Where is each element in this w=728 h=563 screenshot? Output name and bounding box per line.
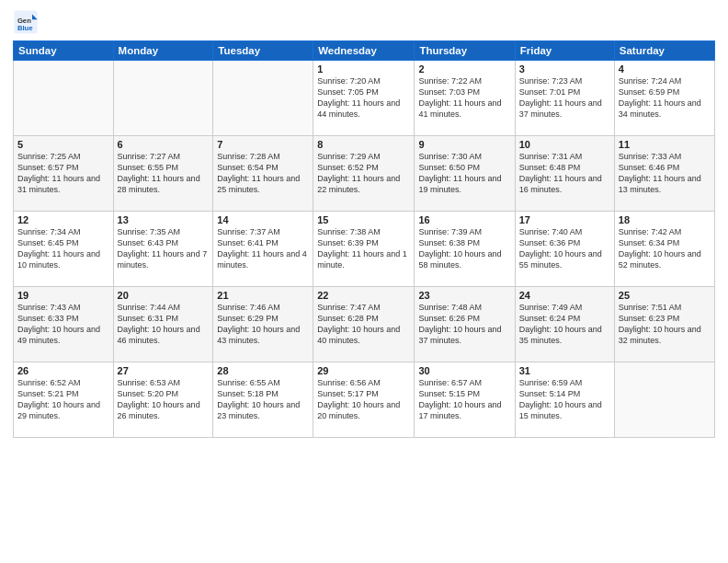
calendar-cell: 26Sunrise: 6:52 AM Sunset: 5:21 PM Dayli… <box>14 362 114 438</box>
weekday-header-monday: Monday <box>113 41 213 61</box>
week-row-4: 26Sunrise: 6:52 AM Sunset: 5:21 PM Dayli… <box>14 362 715 438</box>
calendar-cell: 15Sunrise: 7:38 AM Sunset: 6:39 PM Dayli… <box>313 212 415 287</box>
day-info: Sunrise: 7:20 AM Sunset: 7:05 PM Dayligh… <box>317 75 410 121</box>
day-info: Sunrise: 7:42 AM Sunset: 6:34 PM Dayligh… <box>619 226 711 271</box>
day-number: 3 <box>519 63 610 75</box>
day-info: Sunrise: 7:29 AM Sunset: 6:52 PM Dayligh… <box>317 151 410 196</box>
calendar-cell: 16Sunrise: 7:39 AM Sunset: 6:38 PM Dayli… <box>415 212 515 287</box>
day-info: Sunrise: 7:33 AM Sunset: 6:46 PM Dayligh… <box>619 151 711 196</box>
calendar-cell: 3Sunrise: 7:23 AM Sunset: 7:01 PM Daylig… <box>515 61 614 136</box>
day-info: Sunrise: 7:46 AM Sunset: 6:29 PM Dayligh… <box>217 302 309 347</box>
logo: Gen Blue <box>13 9 42 35</box>
calendar-cell: 29Sunrise: 6:56 AM Sunset: 5:17 PM Dayli… <box>313 362 415 438</box>
day-number: 14 <box>217 214 309 225</box>
day-info: Sunrise: 7:28 AM Sunset: 6:54 PM Dayligh… <box>217 151 309 196</box>
calendar-cell: 5Sunrise: 7:25 AM Sunset: 6:57 PM Daylig… <box>14 136 114 212</box>
day-info: Sunrise: 7:34 AM Sunset: 6:45 PM Dayligh… <box>17 226 109 271</box>
day-info: Sunrise: 6:53 AM Sunset: 5:20 PM Dayligh… <box>118 377 210 422</box>
calendar-cell: 18Sunrise: 7:42 AM Sunset: 6:34 PM Dayli… <box>614 212 714 287</box>
day-number: 11 <box>619 139 711 150</box>
day-info: Sunrise: 7:51 AM Sunset: 6:23 PM Dayligh… <box>619 302 711 347</box>
calendar-cell: 30Sunrise: 6:57 AM Sunset: 5:15 PM Dayli… <box>415 362 515 438</box>
day-info: Sunrise: 7:24 AM Sunset: 6:59 PM Dayligh… <box>619 75 711 121</box>
day-number: 12 <box>17 214 109 225</box>
calendar-cell: 12Sunrise: 7:34 AM Sunset: 6:45 PM Dayli… <box>14 212 114 287</box>
calendar-cell: 11Sunrise: 7:33 AM Sunset: 6:46 PM Dayli… <box>614 136 714 212</box>
day-info: Sunrise: 7:37 AM Sunset: 6:41 PM Dayligh… <box>217 226 309 271</box>
day-number: 28 <box>217 365 309 376</box>
day-info: Sunrise: 6:56 AM Sunset: 5:17 PM Dayligh… <box>317 377 410 422</box>
calendar-cell: 21Sunrise: 7:46 AM Sunset: 6:29 PM Dayli… <box>213 287 313 362</box>
calendar-cell <box>213 61 313 136</box>
weekday-header-sunday: Sunday <box>14 41 114 61</box>
day-number: 25 <box>619 290 711 301</box>
week-row-3: 19Sunrise: 7:43 AM Sunset: 6:33 PM Dayli… <box>14 287 715 362</box>
week-row-1: 5Sunrise: 7:25 AM Sunset: 6:57 PM Daylig… <box>14 136 715 212</box>
day-info: Sunrise: 7:44 AM Sunset: 6:31 PM Dayligh… <box>118 302 210 347</box>
day-number: 15 <box>317 214 410 225</box>
day-number: 29 <box>317 365 410 376</box>
page: Gen Blue SundayMondayTuesdayWednesdayThu… <box>0 0 728 563</box>
weekday-header-thursday: Thursday <box>415 41 515 61</box>
day-number: 23 <box>418 290 510 301</box>
day-number: 19 <box>17 290 109 301</box>
day-number: 22 <box>317 290 410 301</box>
calendar-cell: 9Sunrise: 7:30 AM Sunset: 6:50 PM Daylig… <box>415 136 515 212</box>
calendar-cell: 31Sunrise: 6:59 AM Sunset: 5:14 PM Dayli… <box>515 362 614 438</box>
day-info: Sunrise: 7:40 AM Sunset: 6:36 PM Dayligh… <box>519 226 610 271</box>
day-number: 2 <box>418 63 510 75</box>
weekday-header-saturday: Saturday <box>614 41 714 61</box>
day-info: Sunrise: 7:25 AM Sunset: 6:57 PM Dayligh… <box>17 151 109 196</box>
calendar-cell: 7Sunrise: 7:28 AM Sunset: 6:54 PM Daylig… <box>213 136 313 212</box>
weekday-header-wednesday: Wednesday <box>313 41 415 61</box>
day-info: Sunrise: 7:27 AM Sunset: 6:55 PM Dayligh… <box>118 151 210 196</box>
day-number: 17 <box>519 214 610 225</box>
day-info: Sunrise: 7:49 AM Sunset: 6:24 PM Dayligh… <box>519 302 610 347</box>
day-info: Sunrise: 6:55 AM Sunset: 5:18 PM Dayligh… <box>217 377 309 422</box>
day-number: 27 <box>118 365 210 376</box>
calendar-cell: 10Sunrise: 7:31 AM Sunset: 6:48 PM Dayli… <box>515 136 614 212</box>
calendar-cell: 17Sunrise: 7:40 AM Sunset: 6:36 PM Dayli… <box>515 212 614 287</box>
calendar-header-row: SundayMondayTuesdayWednesdayThursdayFrid… <box>14 41 715 61</box>
day-info: Sunrise: 7:47 AM Sunset: 6:28 PM Dayligh… <box>317 302 410 347</box>
calendar-cell: 24Sunrise: 7:49 AM Sunset: 6:24 PM Dayli… <box>515 287 614 362</box>
day-number: 8 <box>317 139 410 150</box>
weekday-header-friday: Friday <box>515 41 614 61</box>
day-info: Sunrise: 7:35 AM Sunset: 6:43 PM Dayligh… <box>118 226 210 271</box>
week-row-0: 1Sunrise: 7:20 AM Sunset: 7:05 PM Daylig… <box>14 61 715 136</box>
day-info: Sunrise: 7:43 AM Sunset: 6:33 PM Dayligh… <box>17 302 109 347</box>
day-info: Sunrise: 7:31 AM Sunset: 6:48 PM Dayligh… <box>519 151 610 196</box>
calendar-cell: 14Sunrise: 7:37 AM Sunset: 6:41 PM Dayli… <box>213 212 313 287</box>
calendar-cell: 2Sunrise: 7:22 AM Sunset: 7:03 PM Daylig… <box>415 61 515 136</box>
calendar-cell: 19Sunrise: 7:43 AM Sunset: 6:33 PM Dayli… <box>14 287 114 362</box>
logo-icon: Gen Blue <box>13 9 39 35</box>
calendar-cell: 13Sunrise: 7:35 AM Sunset: 6:43 PM Dayli… <box>113 212 213 287</box>
calendar-cell: 25Sunrise: 7:51 AM Sunset: 6:23 PM Dayli… <box>614 287 714 362</box>
header: Gen Blue <box>13 9 715 35</box>
day-number: 24 <box>519 290 610 301</box>
day-info: Sunrise: 7:30 AM Sunset: 6:50 PM Dayligh… <box>418 151 510 196</box>
day-info: Sunrise: 6:59 AM Sunset: 5:14 PM Dayligh… <box>519 377 610 422</box>
calendar-cell: 23Sunrise: 7:48 AM Sunset: 6:26 PM Dayli… <box>415 287 515 362</box>
day-number: 21 <box>217 290 309 301</box>
day-info: Sunrise: 7:48 AM Sunset: 6:26 PM Dayligh… <box>418 302 510 347</box>
day-number: 6 <box>118 139 210 150</box>
calendar-cell: 6Sunrise: 7:27 AM Sunset: 6:55 PM Daylig… <box>113 136 213 212</box>
week-row-2: 12Sunrise: 7:34 AM Sunset: 6:45 PM Dayli… <box>14 212 715 287</box>
weekday-header-tuesday: Tuesday <box>213 41 313 61</box>
day-number: 20 <box>118 290 210 301</box>
calendar-cell <box>113 61 213 136</box>
svg-text:Blue: Blue <box>17 24 33 32</box>
day-number: 5 <box>17 139 109 150</box>
day-info: Sunrise: 7:22 AM Sunset: 7:03 PM Dayligh… <box>418 75 510 121</box>
calendar-cell: 8Sunrise: 7:29 AM Sunset: 6:52 PM Daylig… <box>313 136 415 212</box>
calendar-cell <box>14 61 114 136</box>
calendar-cell: 28Sunrise: 6:55 AM Sunset: 5:18 PM Dayli… <box>213 362 313 438</box>
day-number: 1 <box>317 63 410 75</box>
day-number: 26 <box>17 365 109 376</box>
day-info: Sunrise: 7:23 AM Sunset: 7:01 PM Dayligh… <box>519 75 610 121</box>
calendar-cell <box>614 362 714 438</box>
day-number: 13 <box>118 214 210 225</box>
day-number: 10 <box>519 139 610 150</box>
calendar-cell: 27Sunrise: 6:53 AM Sunset: 5:20 PM Dayli… <box>113 362 213 438</box>
